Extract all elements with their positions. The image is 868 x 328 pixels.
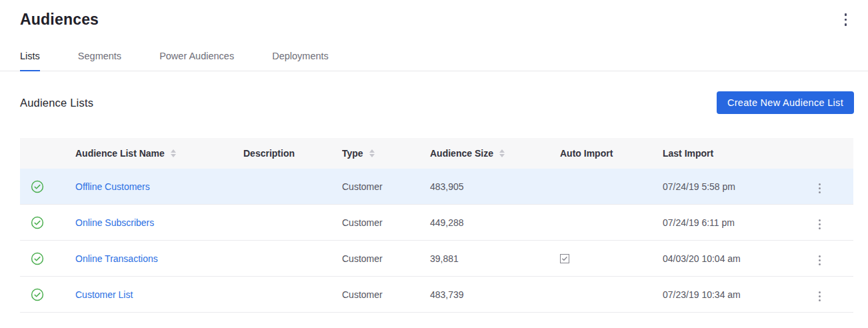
kebab-dot bbox=[819, 295, 821, 297]
kebab-dot bbox=[819, 291, 821, 293]
type-cell: Customer bbox=[342, 181, 430, 192]
audience-list-name-link[interactable]: Online Subscribers bbox=[75, 217, 154, 228]
audience-list-name-link[interactable]: Customer List bbox=[75, 289, 133, 300]
column-header-description: Description bbox=[243, 148, 342, 159]
table-header-row: Audience List Name Description Type Audi… bbox=[20, 138, 853, 169]
tab-deployments[interactable]: Deployments bbox=[272, 51, 329, 71]
column-label: Type bbox=[342, 148, 363, 159]
tab-bar: Lists Segments Power Audiences Deploymen… bbox=[0, 51, 868, 71]
check-circle-icon bbox=[31, 288, 44, 301]
auto-import-cell bbox=[560, 253, 663, 264]
column-label: Description bbox=[243, 148, 295, 159]
tab-power-audiences[interactable]: Power Audiences bbox=[159, 51, 234, 71]
type-cell: Customer bbox=[342, 217, 430, 228]
audience-size-cell: 483,739 bbox=[430, 289, 560, 300]
kebab-dot bbox=[819, 223, 821, 225]
audience-size-cell: 483,905 bbox=[430, 181, 560, 192]
table-row: Offline Customers Customer 483,905 07/24… bbox=[20, 169, 853, 205]
section-bar: Audience Lists Create New Audience List bbox=[0, 71, 868, 114]
kebab-dot bbox=[845, 23, 847, 26]
check-circle-icon bbox=[31, 216, 44, 229]
column-label: Audience List Name bbox=[75, 148, 165, 159]
row-menu-kebab-icon[interactable] bbox=[816, 217, 823, 232]
row-status-cell bbox=[20, 252, 75, 265]
last-import-cell: 07/24/19 6:11 pm bbox=[663, 217, 803, 228]
audience-lists-table: Audience List Name Description Type Audi… bbox=[20, 138, 853, 313]
section-heading: Audience Lists bbox=[20, 97, 93, 109]
audience-list-name-link[interactable]: Offline Customers bbox=[75, 181, 150, 192]
column-label: Auto Import bbox=[560, 148, 613, 159]
column-header-audience-list-name[interactable]: Audience List Name bbox=[75, 148, 243, 159]
kebab-dot bbox=[845, 13, 847, 16]
auto-import-checkbox[interactable] bbox=[560, 254, 569, 263]
column-label: Audience Size bbox=[430, 148, 493, 159]
last-import-cell: 07/24/19 5:58 pm bbox=[663, 181, 803, 192]
tab-lists[interactable]: Lists bbox=[20, 51, 40, 71]
page-title: Audiences bbox=[20, 11, 848, 29]
table-row: Online Subscribers Customer 449,288 07/2… bbox=[20, 205, 853, 241]
type-cell: Customer bbox=[342, 253, 430, 264]
sort-icon bbox=[171, 149, 176, 158]
row-status-cell bbox=[20, 288, 75, 301]
check-circle-icon bbox=[31, 180, 44, 193]
sort-icon bbox=[369, 149, 375, 158]
kebab-dot bbox=[819, 187, 821, 189]
audience-size-cell: 39,881 bbox=[430, 253, 560, 264]
table-row: Customer List Customer 483,739 07/23/19 … bbox=[20, 277, 853, 313]
audience-size-cell: 449,288 bbox=[430, 217, 560, 228]
last-import-cell: 07/23/19 10:34 am bbox=[663, 289, 803, 300]
table-row: Online Transactions Customer 39,881 04/0… bbox=[20, 241, 853, 277]
kebab-dot bbox=[819, 191, 821, 193]
kebab-dot bbox=[819, 219, 821, 221]
tab-segments[interactable]: Segments bbox=[78, 51, 121, 71]
sort-icon bbox=[499, 149, 505, 158]
row-status-cell bbox=[20, 180, 75, 193]
last-import-cell: 04/03/20 10:04 am bbox=[663, 253, 803, 264]
column-header-type[interactable]: Type bbox=[342, 148, 430, 159]
row-menu-kebab-icon[interactable] bbox=[816, 289, 823, 304]
row-status-cell bbox=[20, 216, 75, 229]
kebab-dot bbox=[819, 299, 821, 301]
type-cell: Customer bbox=[342, 289, 430, 300]
check-circle-icon bbox=[31, 252, 44, 265]
kebab-dot bbox=[819, 263, 821, 265]
row-menu-kebab-icon[interactable] bbox=[816, 253, 823, 268]
page-header: Audiences bbox=[0, 0, 868, 29]
audience-list-name-link[interactable]: Online Transactions bbox=[75, 253, 158, 264]
kebab-dot bbox=[845, 19, 847, 21]
create-new-audience-list-button[interactable]: Create New Audience List bbox=[717, 91, 854, 114]
column-header-last-import: Last Import bbox=[663, 148, 803, 159]
kebab-dot bbox=[819, 259, 821, 261]
kebab-dot bbox=[819, 183, 821, 185]
kebab-dot bbox=[819, 227, 821, 229]
kebab-dot bbox=[819, 255, 821, 257]
page-menu-kebab-icon[interactable] bbox=[843, 12, 849, 27]
column-header-audience-size[interactable]: Audience Size bbox=[430, 148, 560, 159]
row-menu-kebab-icon[interactable] bbox=[816, 181, 823, 196]
column-label: Last Import bbox=[663, 148, 713, 159]
column-header-auto-import: Auto Import bbox=[560, 148, 663, 159]
